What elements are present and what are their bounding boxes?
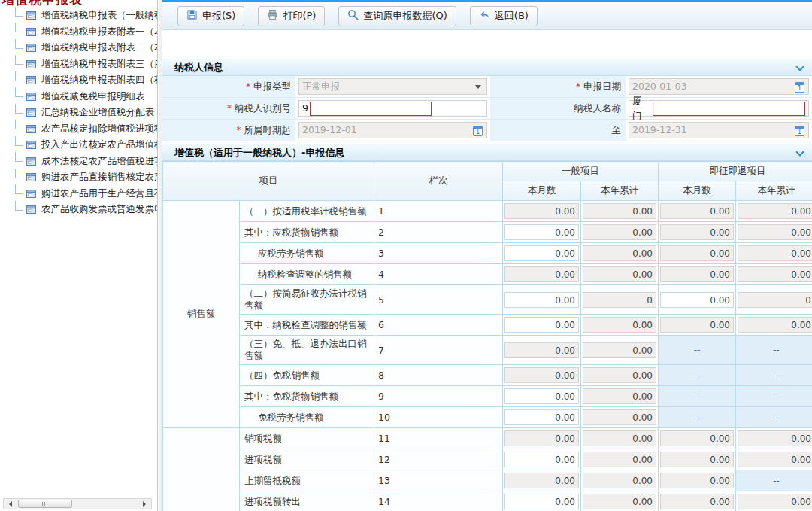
editable-amount-input[interactable]: 0.00 bbox=[504, 317, 579, 333]
declare-date-label: * 申报日期 bbox=[490, 76, 626, 97]
editable-amount-input[interactable]: 0.00 bbox=[504, 388, 579, 404]
table-row: 其中：纳税检查调整的销售额60.000.000.000.00 bbox=[163, 315, 812, 336]
row-item-label: 免税劳务销售额 bbox=[240, 407, 374, 428]
chevron-down-icon[interactable] bbox=[795, 148, 804, 156]
sidebar-item-label: 增值税纳税申报表附表三（服 bbox=[41, 58, 158, 71]
calendar-icon[interactable] bbox=[473, 126, 483, 136]
table-row: 其中：应税货物销售额20.000.000.000.00 bbox=[163, 222, 812, 243]
scroll-left-arrow-icon[interactable] bbox=[6, 501, 12, 507]
editable-amount-input[interactable]: 0.00 bbox=[504, 452, 579, 467]
sidebar-tree-item[interactable]: 农产品收购发票或普通发票申 bbox=[0, 202, 157, 218]
scrollbar-thumb[interactable] bbox=[18, 500, 72, 508]
amount-cell: 0.00 bbox=[503, 201, 581, 222]
editable-amount-input[interactable]: 0.00 bbox=[504, 245, 579, 261]
readonly-amount: 0.00 bbox=[660, 224, 734, 240]
sidebar-tree-item[interactable]: 增值税纳税申报表附表二（本 bbox=[0, 40, 157, 56]
col-header-month: 本月数 bbox=[503, 181, 581, 201]
period-start-input[interactable]: 2019-12-01 bbox=[298, 122, 487, 138]
sidebar-tree-item[interactable]: 购进农产品直接销售核定农产 bbox=[0, 169, 157, 186]
form-document-icon bbox=[26, 205, 36, 214]
amount-cell: 0.00 bbox=[503, 365, 581, 386]
sidebar-tree-item[interactable]: 成本法核定农产品增值税进项 bbox=[0, 154, 157, 170]
taxpayer-id-input[interactable]: 9 bbox=[298, 100, 487, 117]
form-document-icon bbox=[26, 28, 36, 36]
chevron-down-icon[interactable] bbox=[795, 62, 804, 71]
sidebar-item-label: 增值税纳税申报表（一般纳税 bbox=[41, 9, 158, 22]
amount-cell: 0.00 bbox=[503, 222, 581, 243]
not-applicable-cell: -- bbox=[659, 407, 736, 428]
amount-cell: 0.00 bbox=[503, 315, 581, 336]
amount-cell: 0.00 bbox=[659, 428, 736, 449]
sidebar-tree-item[interactable]: 增值税纳税申报表附表四（税 bbox=[0, 72, 157, 89]
form-document-icon bbox=[26, 190, 36, 198]
amount-cell: 0.00 bbox=[736, 491, 812, 511]
row-item-label: 应税劳务销售额 bbox=[240, 243, 374, 264]
chevron-down-icon bbox=[475, 85, 481, 92]
readonly-amount: 0.00 bbox=[738, 430, 812, 446]
query-original-data-button[interactable]: 查询原申报数据(Q) bbox=[338, 6, 456, 26]
sidebar-tree-item[interactable]: 购进农产品用于生产经营且不 bbox=[0, 186, 157, 202]
required-asterisk: * bbox=[576, 81, 580, 92]
amount-cell: 0.00 bbox=[736, 222, 812, 243]
form-document-icon bbox=[26, 157, 36, 166]
form-document-icon bbox=[26, 173, 36, 181]
sidebar-tree-item[interactable]: 增值税纳税申报表附表三（服 bbox=[0, 56, 157, 73]
form-document-icon bbox=[26, 108, 36, 117]
table-row: 上期留抵税额130.000.000.00-- bbox=[163, 470, 812, 491]
toolbar-content-gap bbox=[162, 30, 812, 59]
tree-connector bbox=[15, 104, 23, 114]
not-applicable-cell: -- bbox=[736, 336, 812, 365]
table-row: 销售额（一）按适用税率计税销售额10.000.000.000.00 bbox=[163, 201, 812, 222]
back-button[interactable]: 返回(B) bbox=[470, 6, 538, 26]
amount-cell: 0.00 bbox=[503, 336, 581, 365]
editable-amount-input[interactable]: 0.00 bbox=[504, 494, 579, 509]
period-end-input[interactable]: 2019-12-31 bbox=[629, 122, 809, 138]
amount-cell: 0.00 bbox=[503, 470, 581, 491]
row-lane-number: 1 bbox=[374, 201, 503, 222]
editable-amount-input[interactable]: 0.00 bbox=[660, 292, 734, 308]
scroll-right-arrow-icon[interactable] bbox=[143, 501, 149, 507]
sidebar-tree-item[interactable]: 增值税减免税申报明细表 bbox=[0, 89, 157, 105]
editable-amount-input[interactable]: 0.00 bbox=[504, 292, 579, 308]
sidebar-tree-item[interactable]: 汇总纳税企业增值税分配表 bbox=[0, 105, 157, 121]
sidebar-tree-item[interactable]: 农产品核定扣除增值税进项税 bbox=[0, 121, 157, 138]
readonly-amount: 0.00 bbox=[583, 317, 656, 333]
sidebar-horizontal-scrollbar[interactable] bbox=[3, 498, 152, 509]
sidebar-tree-item[interactable]: 增值税纳税申报表（一般纳税 bbox=[0, 8, 157, 24]
amount-cell: 0 bbox=[736, 285, 812, 315]
table-row: 其中：免税货物销售额90.000.00---- bbox=[163, 386, 812, 407]
calendar-icon[interactable] bbox=[795, 126, 804, 136]
period-end-label: 至 bbox=[490, 120, 626, 141]
readonly-amount: 0.00 bbox=[583, 494, 656, 509]
table-row: 销项税额110.000.000.000.00 bbox=[163, 428, 812, 449]
declare-date-input[interactable]: 2020-01-03 bbox=[629, 78, 809, 95]
declare-button[interactable]: 申报(S) bbox=[177, 6, 244, 26]
tree-connector bbox=[15, 201, 23, 211]
sidebar-tree-item[interactable]: 增值税纳税申报表附表一（本 bbox=[0, 24, 157, 41]
print-button[interactable]: 打印(P) bbox=[258, 6, 325, 26]
row-item-label: 上期留抵税额 bbox=[240, 470, 374, 491]
table-row: 应税劳务销售额30.000.000.000.00 bbox=[163, 243, 812, 264]
tree-connector bbox=[15, 23, 23, 32]
taxpayer-name-input[interactable]: 厦门 bbox=[629, 100, 809, 117]
sidebar-tree-item[interactable]: 投入产出法核定农产品增值税 bbox=[0, 137, 157, 154]
declare-type-select[interactable]: 正常申报 bbox=[298, 78, 487, 95]
amount-cell: 0.00 bbox=[581, 336, 659, 365]
readonly-amount: 0.00 bbox=[583, 430, 656, 446]
amount-cell: 0.00 bbox=[503, 491, 581, 511]
amount-cell: 0.00 bbox=[581, 201, 659, 222]
sidebar-item-label: 增值税纳税申报表附表二（本 bbox=[41, 41, 158, 54]
sidebar-item-label: 投入产出法核定农产品增值税 bbox=[41, 138, 158, 151]
amount-cell: 0.00 bbox=[503, 407, 581, 428]
sidebar-item-label: 农产品核定扣除增值税进项税 bbox=[41, 123, 158, 135]
editable-amount-input[interactable]: 0.00 bbox=[504, 224, 579, 240]
editable-amount-input[interactable]: 0.00 bbox=[504, 409, 579, 425]
col-header-item: 项目 bbox=[163, 162, 374, 201]
calendar-icon[interactable] bbox=[795, 82, 804, 93]
form-document-icon bbox=[26, 60, 36, 68]
table-row: （二）按简易征收办法计税销售额50.0000.000 bbox=[163, 285, 812, 315]
amount-cell: 0.00 bbox=[581, 428, 659, 449]
sidebar-item-label: 增值税纳税申报表附表一（本 bbox=[41, 26, 158, 38]
redaction-box bbox=[653, 102, 805, 116]
row-item-label: （二）按简易征收办法计税销售额 bbox=[240, 285, 374, 315]
